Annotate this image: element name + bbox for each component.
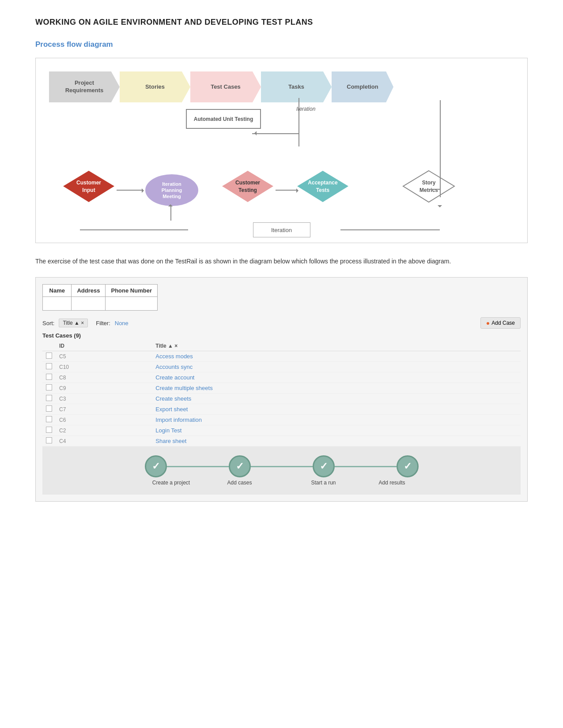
table-row[interactable]: C2 Login Test (42, 425, 521, 436)
iter-bottom-left (80, 229, 188, 230)
step-circle: ✓ (397, 455, 419, 477)
sort-value[interactable]: Title ▲ × (59, 319, 88, 327)
step-label: Create a project (152, 480, 190, 486)
case-id: C10 (56, 362, 152, 372)
top-row: ProjectRequirements Stories Test Cases T… (49, 71, 514, 102)
row-checkbox[interactable] (46, 363, 52, 369)
page-title: WORKING ON AGILE ENVIRONMENT AND DEVELOP… (35, 18, 528, 27)
table-row[interactable]: C3 Create sheets (42, 394, 521, 404)
sort-label: Sort: (42, 320, 54, 326)
filter-row: Sort: Title ▲ × Filter: None ● Add Case (42, 317, 521, 329)
arrow-up-ipm (170, 205, 171, 221)
table-row[interactable]: C9 Create multiple sheets (42, 383, 521, 394)
filter-value[interactable]: None (115, 320, 128, 326)
form-table: Name Address Phone Number (42, 284, 158, 311)
step-label: Add cases (227, 480, 252, 486)
shape-project-requirements: ProjectRequirements (49, 71, 120, 102)
test-cases-header: Test Cases (9) (42, 332, 521, 339)
case-title[interactable]: Create multiple sheets (152, 383, 521, 394)
arrow-head (252, 131, 257, 135)
checkmark-icon: ✓ (152, 461, 160, 472)
step-circle: ✓ (229, 455, 251, 477)
row-checkbox[interactable] (46, 384, 52, 390)
case-title[interactable]: Login Test (152, 425, 521, 436)
checkmark-icon: ✓ (404, 461, 412, 472)
svg-text:Input: Input (82, 187, 95, 193)
case-title[interactable]: Create sheets (152, 394, 521, 404)
checkmark-icon: ✓ (320, 461, 328, 472)
shape-completion: Completion (332, 71, 393, 102)
workflow-row: ✓ Create a project ✓ Add cases ✓ (42, 447, 521, 495)
step-label: Start a run (311, 480, 336, 486)
row-checkbox[interactable] (46, 405, 52, 412)
row-checkbox[interactable] (46, 395, 52, 401)
case-id: C4 (56, 436, 152, 447)
iteration-bottom: Iteration (253, 222, 310, 237)
col-id-header: ID (56, 341, 152, 351)
table-row[interactable]: C6 Import information (42, 415, 521, 425)
case-id: C7 (56, 404, 152, 415)
add-case-button[interactable]: ● Add Case (480, 317, 521, 329)
workflow-step: ✓ Start a run (282, 455, 366, 486)
case-title[interactable]: Share sheet (152, 436, 521, 447)
svg-text:Customer: Customer (76, 180, 101, 186)
col-phone: Phone Number (106, 285, 157, 297)
table-row[interactable]: C10 Accounts sync (42, 362, 521, 372)
svg-text:Customer: Customer (235, 180, 260, 186)
case-title[interactable]: Import information (152, 415, 521, 425)
vert-line-completion (440, 100, 441, 197)
svg-text:Metrics: Metrics (419, 187, 438, 193)
svg-text:Acceptance: Acceptance (308, 180, 338, 186)
section-title: Process flow diagram (35, 40, 528, 49)
case-title[interactable]: Access modes (152, 351, 521, 362)
arrow-ct-at (276, 190, 298, 191)
horiz-line-sm (429, 189, 440, 190)
table-row[interactable]: C4 Share sheet (42, 436, 521, 447)
case-title[interactable]: Create account (152, 372, 521, 383)
arrow-ci-ipm (117, 190, 143, 191)
arrow-head-up (168, 202, 173, 206)
testrail-container: Name Address Phone Number Sort: Title ▲ … (35, 277, 528, 502)
svg-marker-3 (222, 171, 273, 202)
description-text: The exercise of the test case that was d… (35, 256, 528, 266)
iteration-planning-meeting: IterationPlanningMeeting (145, 174, 198, 206)
story-metrics: Story Metrics (402, 170, 455, 203)
step-circle: ✓ (313, 455, 335, 477)
automated-unit-testing: Automated Unit Testing (186, 109, 261, 129)
step-circle: ✓ (145, 455, 167, 477)
shape-stories: Stories (120, 71, 190, 102)
row-checkbox[interactable] (46, 437, 52, 443)
col-address: Address (72, 285, 106, 297)
row-checkbox[interactable] (46, 427, 52, 433)
workflow-line (335, 466, 366, 467)
shape-tasks: Tasks (261, 71, 332, 102)
case-title[interactable]: Export sheet (152, 404, 521, 415)
row-checkbox[interactable] (46, 374, 52, 380)
add-icon: ● (486, 319, 490, 326)
case-id: C9 (56, 383, 152, 394)
svg-text:Story: Story (422, 180, 436, 186)
workflow-step: ✓ Add cases (198, 455, 282, 486)
case-title[interactable]: Accounts sync (152, 362, 521, 372)
table-row[interactable]: C5 Access modes (42, 351, 521, 362)
case-id: C2 (56, 425, 152, 436)
row-checkbox[interactable] (46, 353, 52, 359)
table-row[interactable]: C7 Export sheet (42, 404, 521, 415)
workflow-line (198, 466, 229, 467)
case-id: C6 (56, 415, 152, 425)
table-row[interactable]: C8 Create account (42, 372, 521, 383)
case-id: C3 (56, 394, 152, 404)
row-checkbox[interactable] (46, 416, 52, 422)
workflow-line (251, 466, 282, 467)
workflow-line (167, 466, 198, 467)
filter-label: Filter: (96, 320, 110, 326)
process-flow-diagram: ProjectRequirements Stories Test Cases T… (35, 58, 528, 243)
shape-test-cases: Test Cases (190, 71, 261, 102)
filter-left: Sort: Title ▲ × Filter: None (42, 319, 128, 327)
case-id: C8 (56, 372, 152, 383)
bracket-line (299, 98, 299, 146)
case-id: C5 (56, 351, 152, 362)
cases-table: ID Title ▲ × C5 Access modes C10 Account… (42, 341, 521, 447)
cases-header-row: ID Title ▲ × (42, 341, 521, 351)
arrow-line-iteration (252, 133, 299, 134)
